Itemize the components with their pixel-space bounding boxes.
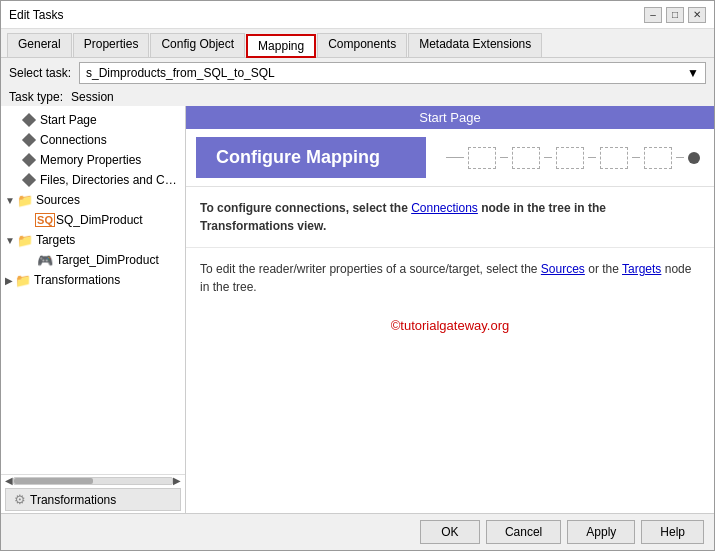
connections-link[interactable]: Connections bbox=[411, 201, 478, 215]
edit-tasks-window: Edit Tasks – □ ✕ General Properties Conf… bbox=[0, 0, 715, 551]
window-controls: – □ ✕ bbox=[644, 7, 706, 23]
select-task-row: Select task: s_Dimproducts_from_SQL_to_S… bbox=[1, 58, 714, 88]
tree-panel: Start Page Connections Memory Pr bbox=[1, 106, 186, 513]
titlebar: Edit Tasks – □ ✕ bbox=[1, 1, 714, 29]
step-box-2 bbox=[512, 147, 540, 169]
step-line bbox=[632, 157, 640, 158]
configure-mapping-section: Configure Mapping bbox=[186, 129, 714, 187]
tree-item-label: Target_DimProduct bbox=[56, 253, 159, 267]
tab-properties[interactable]: Properties bbox=[73, 33, 150, 57]
right-panel: Start Page Configure Mapping bbox=[186, 106, 714, 513]
tree-item-label: SQ_DimProduct bbox=[56, 213, 143, 227]
collapse-icon[interactable]: ▼ bbox=[5, 235, 15, 246]
targets-link[interactable]: Targets bbox=[622, 262, 661, 276]
tab-components[interactable]: Components bbox=[317, 33, 407, 57]
tree-item-targets[interactable]: ▼ 📁 Targets bbox=[1, 230, 185, 250]
step-line bbox=[446, 157, 464, 158]
tree-item-label: Files, Directories and Com bbox=[40, 173, 181, 187]
tree-item-label: Targets bbox=[36, 233, 75, 247]
select-task-dropdown[interactable]: s_Dimproducts_from_SQL_to_SQL ▼ bbox=[79, 62, 706, 84]
tab-metadata-extensions[interactable]: Metadata Extensions bbox=[408, 33, 542, 57]
info-text-1: To configure connections, select the Con… bbox=[200, 199, 700, 235]
tree-item-sq-dimproduct[interactable]: SQ SQ_DimProduct bbox=[1, 210, 185, 230]
tree-item-label: Start Page bbox=[40, 113, 97, 127]
tree-item-label: Transformations bbox=[34, 273, 120, 287]
window-title: Edit Tasks bbox=[9, 8, 63, 22]
help-button[interactable]: Help bbox=[641, 520, 704, 544]
tree-item-files-dirs[interactable]: Files, Directories and Com bbox=[1, 170, 185, 190]
step-line bbox=[544, 157, 552, 158]
watermark: ©tutorialgateway.org bbox=[186, 308, 714, 343]
tree-item-label: Sources bbox=[36, 193, 80, 207]
tree-item-sources[interactable]: ▼ 📁 Sources bbox=[1, 190, 185, 210]
tree-item-memory-properties[interactable]: Memory Properties bbox=[1, 150, 185, 170]
diamond-icon bbox=[21, 172, 37, 188]
collapse-icon[interactable]: ▼ bbox=[5, 195, 15, 206]
step-line bbox=[588, 157, 596, 158]
tree-content: Start Page Connections Memory Pr bbox=[1, 106, 185, 474]
sq-icon: SQ bbox=[37, 212, 53, 228]
sources-link[interactable]: Sources bbox=[541, 262, 585, 276]
dropdown-arrow-icon: ▼ bbox=[687, 66, 699, 80]
ok-button[interactable]: OK bbox=[420, 520, 480, 544]
select-task-label: Select task: bbox=[9, 66, 71, 80]
transformations-tab-label: Transformations bbox=[30, 493, 116, 507]
step-box-3 bbox=[556, 147, 584, 169]
bottom-bar: OK Cancel Apply Help bbox=[1, 513, 714, 550]
diamond-icon bbox=[21, 112, 37, 128]
transformations-tab[interactable]: ⚙ Transformations bbox=[5, 488, 181, 511]
close-button[interactable]: ✕ bbox=[688, 7, 706, 23]
minimize-button[interactable]: – bbox=[644, 7, 662, 23]
info-section-1: To configure connections, select the Con… bbox=[186, 187, 714, 248]
diamond-icon bbox=[21, 152, 37, 168]
cancel-button[interactable]: Cancel bbox=[486, 520, 561, 544]
steps-container bbox=[426, 147, 700, 169]
apply-button[interactable]: Apply bbox=[567, 520, 635, 544]
step-line bbox=[676, 157, 684, 158]
diamond-icon bbox=[21, 132, 37, 148]
folder-icon: 📁 bbox=[17, 232, 33, 248]
info-section-2: To edit the reader/writer properties of … bbox=[186, 248, 714, 308]
task-type-label: Task type: bbox=[9, 90, 63, 104]
tree-scrollbar[interactable]: ◀ ▶ bbox=[1, 474, 185, 486]
info-text-2: To edit the reader/writer properties of … bbox=[200, 260, 700, 296]
step-line bbox=[500, 157, 508, 158]
task-type-value: Session bbox=[71, 90, 114, 104]
folder-icon: 📁 bbox=[17, 192, 33, 208]
maximize-button[interactable]: □ bbox=[666, 7, 684, 23]
start-page-header: Start Page bbox=[186, 106, 714, 129]
task-type-row: Task type: Session bbox=[1, 88, 714, 106]
gear-icon: ⚙ bbox=[14, 492, 26, 507]
step-box-5 bbox=[644, 147, 672, 169]
tree-item-transformations[interactable]: ▶ 📁 Transformations bbox=[1, 270, 185, 290]
scroll-left-arrow[interactable]: ◀ bbox=[5, 475, 13, 486]
step-dot bbox=[688, 152, 700, 164]
scrollbar-track[interactable] bbox=[13, 477, 173, 485]
tab-config-object[interactable]: Config Object bbox=[150, 33, 245, 57]
select-task-value: s_Dimproducts_from_SQL_to_SQL bbox=[86, 66, 275, 80]
tabs-bar: General Properties Config Object Mapping… bbox=[1, 29, 714, 58]
step-box-4 bbox=[600, 147, 628, 169]
scrollbar-thumb[interactable] bbox=[14, 478, 93, 484]
configure-mapping-title: Configure Mapping bbox=[196, 137, 426, 178]
folder-icon: 📁 bbox=[15, 272, 31, 288]
tree-item-label: Memory Properties bbox=[40, 153, 141, 167]
step-box-1 bbox=[468, 147, 496, 169]
main-content: Start Page Connections Memory Pr bbox=[1, 106, 714, 513]
scroll-right-arrow[interactable]: ▶ bbox=[173, 475, 181, 486]
tree-item-connections[interactable]: Connections bbox=[1, 130, 185, 150]
tab-mapping[interactable]: Mapping bbox=[246, 34, 316, 58]
tree-item-target-dimproduct[interactable]: 🎮 Target_DimProduct bbox=[1, 250, 185, 270]
tree-item-label: Connections bbox=[40, 133, 107, 147]
tree-item-start-page[interactable]: Start Page bbox=[1, 110, 185, 130]
tab-general[interactable]: General bbox=[7, 33, 72, 57]
collapse-icon[interactable]: ▶ bbox=[5, 275, 13, 286]
target-icon: 🎮 bbox=[37, 252, 53, 268]
